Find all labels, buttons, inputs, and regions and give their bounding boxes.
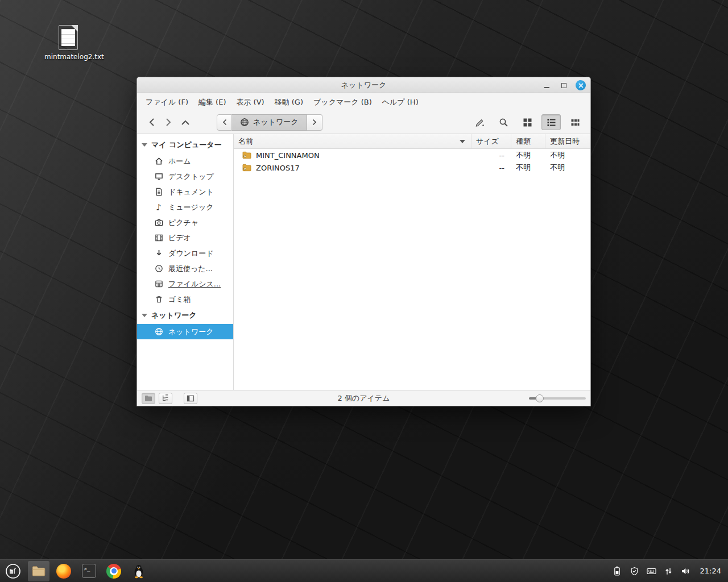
sidebar-section-computer-label: マイ コンピューター bbox=[151, 140, 222, 150]
mint-menu-button[interactable] bbox=[0, 560, 26, 582]
desktop-file-mintmatelog2[interactable]: mintmatelog2.txt bbox=[44, 25, 92, 61]
chevron-right-icon bbox=[312, 119, 317, 126]
sidebar-item-recent[interactable]: 最近使った... bbox=[137, 261, 233, 276]
maximize-button[interactable] bbox=[559, 80, 569, 90]
tree-view-icon bbox=[162, 394, 169, 402]
sidebar-item-label: ファイルシス... bbox=[168, 279, 221, 289]
table-row-mint-cinnamon[interactable]: MINT_CINNAMON -- 不明 不明 bbox=[234, 149, 590, 161]
sidebar-item-label: ドキュメント bbox=[168, 187, 214, 197]
volume-tray-icon[interactable] bbox=[681, 566, 690, 576]
sidebar-item-music[interactable]: ♪ ミュージック bbox=[137, 199, 233, 215]
sidebar-item-pictures[interactable]: ピクチャ bbox=[137, 215, 233, 230]
icon-view-icon bbox=[523, 118, 532, 127]
sort-descending-icon[interactable] bbox=[460, 140, 465, 143]
column-header-size[interactable]: サイズ bbox=[471, 134, 511, 148]
column-modified-label: 更新日時 bbox=[550, 136, 580, 147]
minimize-button[interactable] bbox=[541, 80, 552, 90]
network-globe-icon bbox=[154, 327, 163, 336]
menu-view[interactable]: 表示 (V) bbox=[231, 95, 269, 110]
back-button[interactable] bbox=[143, 114, 160, 130]
menu-edit[interactable]: 編集 (E) bbox=[193, 95, 231, 110]
search-button[interactable] bbox=[494, 114, 513, 130]
file-list: MINT_CINNAMON -- 不明 不明 ZORINOS17 bbox=[234, 149, 590, 390]
column-header-type[interactable]: 種類 bbox=[511, 134, 545, 148]
sidebar-item-label: ネットワーク bbox=[168, 327, 214, 337]
column-header-modified[interactable]: 更新日時 bbox=[545, 134, 590, 148]
show-places-button[interactable] bbox=[142, 393, 155, 404]
search-icon bbox=[499, 118, 508, 127]
location-entry-icon bbox=[475, 118, 485, 127]
chrome-icon bbox=[106, 564, 121, 579]
keyboard-layout-tray-icon[interactable] bbox=[647, 566, 656, 576]
sidebar-section-network[interactable]: ネットワーク bbox=[137, 307, 233, 324]
hide-sidepane-button[interactable] bbox=[184, 393, 197, 404]
path-scroll-left-button[interactable] bbox=[217, 114, 232, 131]
icon-view-button[interactable] bbox=[518, 114, 537, 130]
sidebar-item-home[interactable]: ホーム bbox=[137, 153, 233, 169]
places-folder-icon bbox=[144, 395, 152, 402]
sidebar-item-label: ゴミ箱 bbox=[168, 294, 191, 305]
path-scroll-right-button[interactable] bbox=[307, 114, 322, 131]
music-icon: ♪ bbox=[154, 203, 163, 212]
menu-go[interactable]: 移動 (G) bbox=[270, 95, 308, 110]
side-pane-icon bbox=[187, 395, 195, 402]
close-icon bbox=[578, 83, 584, 88]
column-header-name[interactable]: 名前 bbox=[234, 134, 471, 148]
path-label: ネットワーク bbox=[253, 117, 299, 127]
zoom-handle[interactable] bbox=[536, 394, 544, 402]
close-button[interactable] bbox=[576, 80, 586, 90]
sidebar-item-trash[interactable]: ゴミ箱 bbox=[137, 292, 233, 307]
taskbar: >_ 21:24 bbox=[0, 559, 728, 582]
compact-view-button[interactable] bbox=[565, 114, 585, 130]
sidebar-item-label: 最近使った... bbox=[168, 264, 213, 274]
files-icon bbox=[31, 565, 46, 577]
sidebar-item-network[interactable]: ネットワーク bbox=[137, 324, 233, 339]
tux-launcher[interactable] bbox=[128, 561, 150, 581]
up-icon bbox=[181, 119, 190, 126]
network-tray-icon[interactable] bbox=[664, 566, 673, 576]
menu-help[interactable]: ヘルプ (H) bbox=[377, 95, 424, 110]
chevron-left-icon bbox=[222, 119, 227, 126]
up-button[interactable] bbox=[177, 114, 194, 130]
terminal-launcher[interactable]: >_ bbox=[78, 561, 100, 581]
sidebar-item-downloads[interactable]: ダウンロード bbox=[137, 246, 233, 261]
list-view-button[interactable] bbox=[541, 114, 561, 130]
sidebar-item-desktop[interactable]: デスクトップ bbox=[137, 169, 233, 184]
file-modified: 不明 bbox=[545, 150, 590, 160]
table-row-zorinos17[interactable]: ZORINOS17 -- 不明 不明 bbox=[234, 161, 590, 174]
show-tree-button[interactable] bbox=[159, 393, 172, 404]
path-button-network[interactable]: ネットワーク bbox=[232, 114, 307, 131]
mint-logo-icon bbox=[5, 563, 21, 579]
column-headers: 名前 サイズ 種類 更新日時 bbox=[234, 134, 590, 149]
forward-button[interactable] bbox=[160, 114, 177, 130]
titlebar[interactable]: ネットワーク bbox=[137, 77, 590, 93]
menu-bookmarks[interactable]: ブックマーク (B) bbox=[308, 95, 377, 110]
file-manager-launcher[interactable] bbox=[28, 561, 49, 581]
menu-file[interactable]: ファイル (F) bbox=[140, 95, 193, 110]
toggle-location-entry-button[interactable] bbox=[470, 114, 489, 130]
sidebar-item-label: ビデオ bbox=[168, 233, 191, 243]
expander-triangle-icon[interactable] bbox=[142, 314, 147, 317]
sidebar-item-filesystem[interactable]: ファイルシス... bbox=[137, 276, 233, 292]
zoom-slider[interactable] bbox=[529, 393, 586, 404]
firewall-shield-tray-icon[interactable] bbox=[630, 566, 639, 576]
list-view-icon bbox=[547, 118, 556, 127]
home-icon bbox=[154, 157, 163, 166]
globe-icon bbox=[240, 118, 249, 127]
sidebar-item-label: デスクトップ bbox=[168, 172, 214, 182]
expander-triangle-icon[interactable] bbox=[142, 143, 147, 147]
sidebar-section-network-label: ネットワーク bbox=[151, 310, 197, 321]
statusbar: 2 個のアイテム bbox=[137, 390, 590, 406]
sidebar-item-videos[interactable]: ビデオ bbox=[137, 230, 233, 246]
sidebar-section-computer[interactable]: マイ コンピューター bbox=[137, 136, 233, 153]
filesystem-icon bbox=[154, 280, 163, 289]
sidebar-item-documents[interactable]: ドキュメント bbox=[137, 184, 233, 199]
battery-tray-icon[interactable] bbox=[613, 566, 622, 576]
file-size: -- bbox=[471, 151, 511, 160]
document-icon bbox=[154, 188, 163, 197]
sidebar: マイ コンピューター ホーム デスクトップ ドキュメント ♪ ミュージック ピク… bbox=[137, 134, 234, 390]
pictures-icon bbox=[154, 218, 163, 227]
clock[interactable]: 21:24 bbox=[700, 567, 721, 575]
chrome-launcher[interactable] bbox=[103, 561, 125, 581]
firefox-launcher[interactable] bbox=[53, 561, 75, 581]
